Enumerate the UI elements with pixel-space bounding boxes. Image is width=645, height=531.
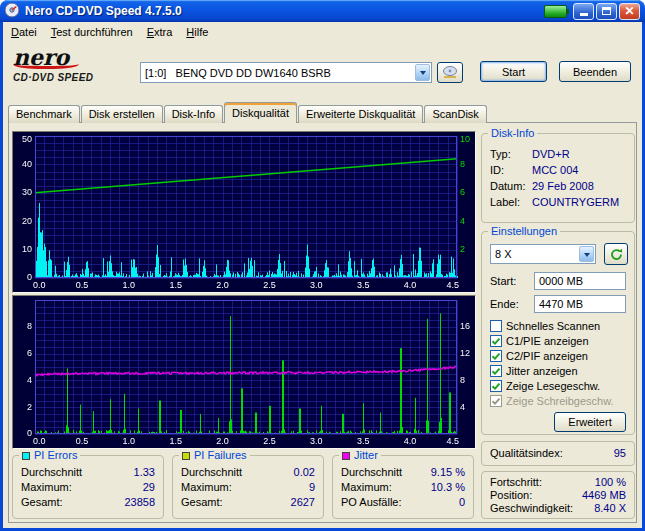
drive-selector-value: [1:0] BENQ DVD DD DW1640 BSRB bbox=[145, 67, 414, 79]
progress-row-position: Position:4469 MB bbox=[482, 489, 634, 502]
maximize-button[interactable] bbox=[596, 3, 617, 20]
checkbox-box[interactable] bbox=[490, 335, 502, 347]
menu-item-extra[interactable]: Extra bbox=[140, 23, 180, 41]
pi-failures-row-maximum: Maximum:9 bbox=[173, 480, 323, 495]
disk-info-value: COUNTRYGERM bbox=[532, 194, 619, 210]
stat-group-title-text: PI Failures bbox=[194, 449, 247, 462]
minimize-icon bbox=[580, 13, 588, 16]
pi-failures-label: Maximum: bbox=[181, 480, 232, 495]
menu-item-hilfe[interactable]: Hilfe bbox=[179, 23, 215, 41]
start-field-label: Start: bbox=[490, 275, 516, 287]
pi-failures-color-swatch bbox=[182, 452, 190, 460]
exit-button[interactable]: Beenden bbox=[559, 61, 631, 82]
start-field[interactable] bbox=[534, 272, 626, 290]
pi-errors-label: Durchschnitt bbox=[21, 465, 82, 480]
start-button[interactable]: Start bbox=[480, 61, 547, 82]
settings-group: Einstellungen 8 X Start: Ende: Schnelles… bbox=[481, 231, 635, 435]
checkbox-label: Jitter anzeigen bbox=[506, 365, 578, 377]
pi-errors-row-maximum: Maximum:29 bbox=[13, 480, 163, 495]
title-bar[interactable]: Nero CD-DVD Speed 4.7.5.0 ✕ bbox=[0, 0, 645, 22]
menu-item-test-durchf-hren[interactable]: Test durchführen bbox=[44, 23, 140, 41]
tab-disk-erstellen[interactable]: Disk erstellen bbox=[81, 105, 163, 123]
eject-button[interactable] bbox=[437, 62, 463, 83]
quality-index-value: 95 bbox=[614, 442, 626, 465]
quality-index-row: Qualitätsindex: 95 bbox=[482, 442, 634, 465]
tab-erweiterte-diskqualit-t[interactable]: Erweiterte Diskqualität bbox=[298, 105, 423, 123]
chevron-down-icon[interactable] bbox=[579, 246, 594, 262]
jitter-value: 0 bbox=[459, 495, 465, 510]
pi-failures-value: 2627 bbox=[291, 495, 315, 510]
check-icon bbox=[491, 336, 501, 346]
close-button[interactable]: ✕ bbox=[619, 3, 640, 20]
tab-diskqualit-t[interactable]: Diskqualität bbox=[224, 102, 297, 123]
jitter-row-maximum: Maximum:10.3 % bbox=[333, 480, 473, 495]
checkbox-c2-pif-anzeigen[interactable]: C2/PIF anzeigen bbox=[490, 348, 632, 363]
checkbox-box[interactable] bbox=[490, 380, 502, 392]
disk-info-label: Typ: bbox=[490, 146, 532, 162]
pi-errors-value: 29 bbox=[143, 480, 155, 495]
stat-group-title: PI Errors bbox=[19, 449, 80, 462]
stat-group-title: PI Failures bbox=[179, 449, 250, 462]
settings-group-title: Einstellungen bbox=[488, 225, 560, 238]
jitter-row-po-ausf-lle: PO Ausfälle:0 bbox=[333, 495, 473, 510]
battery-indicator-icon bbox=[544, 5, 567, 18]
tab-scandisk[interactable]: ScanDisk bbox=[424, 105, 486, 123]
check-icon bbox=[491, 351, 501, 361]
menu-item-datei[interactable]: Datei bbox=[4, 23, 44, 41]
checkbox-jitter-anzeigen[interactable]: Jitter anzeigen bbox=[490, 363, 632, 378]
tab-benchmark[interactable]: Benchmark bbox=[8, 105, 80, 123]
checkbox-box[interactable] bbox=[490, 350, 502, 362]
progress-value: 4469 MB bbox=[582, 489, 626, 502]
disk-info-group-title: Disk-Info bbox=[488, 127, 537, 140]
stat-group-title-text: Jitter bbox=[354, 449, 378, 462]
pi-errors-label: Maximum: bbox=[21, 480, 72, 495]
advanced-button[interactable]: Erweitert bbox=[554, 412, 626, 432]
eject-disc-icon bbox=[442, 66, 458, 79]
refresh-button[interactable] bbox=[604, 243, 628, 265]
drive-selector[interactable]: [1:0] BENQ DVD DD DW1640 BSRB bbox=[140, 62, 432, 83]
checkbox-c1-pie-anzeigen[interactable]: C1/PIE anzeigen bbox=[490, 333, 632, 348]
pi-failures-jitter-chart bbox=[12, 295, 476, 449]
jitter-label: Durchschnitt bbox=[341, 465, 402, 480]
disk-info-rows: Typ:DVD+RID:MCC 004Datum:29 Feb 2008Labe… bbox=[482, 134, 634, 210]
close-icon: ✕ bbox=[624, 6, 634, 16]
pi-errors-label: Gesamt: bbox=[21, 495, 63, 510]
disk-info-label: ID: bbox=[490, 162, 532, 178]
progress-label: Position: bbox=[490, 489, 532, 502]
progress-value: 8.40 X bbox=[594, 502, 626, 515]
tab-disk-info[interactable]: Disk-Info bbox=[164, 105, 223, 123]
scan-speed-value: 8 X bbox=[495, 248, 578, 260]
disk-info-row-typ: Typ:DVD+R bbox=[482, 146, 634, 162]
window-body: DateiTest durchführenExtraHilfe nero CD·… bbox=[3, 22, 642, 528]
app-window: Nero CD-DVD Speed 4.7.5.0 ✕ DateiTest du… bbox=[0, 0, 645, 531]
checkbox-zeige-lesegeschw[interactable]: Zeige Lesegeschw. bbox=[490, 378, 632, 393]
disk-info-label: Datum: bbox=[490, 178, 532, 194]
cd-dvd-speed-logo-text: CD·DVD SPEED bbox=[13, 72, 135, 83]
jitter-label: PO Ausfälle: bbox=[341, 495, 402, 510]
pi-errors-value: 1.33 bbox=[134, 465, 155, 480]
pi-errors-color-swatch bbox=[22, 452, 30, 460]
stat-group-pi-failures: PI FailuresDurchschnitt0.02Maximum:9Gesa… bbox=[172, 455, 324, 519]
checkbox-box[interactable] bbox=[490, 320, 502, 332]
end-field[interactable] bbox=[534, 295, 626, 313]
nero-logo: nero CD·DVD SPEED bbox=[13, 47, 135, 83]
pi-errors-value: 23858 bbox=[124, 495, 155, 510]
scan-speed-selector[interactable]: 8 X bbox=[490, 244, 596, 264]
pi-failures-label: Durchschnitt bbox=[181, 465, 242, 480]
disk-info-row-label: Label:COUNTRYGERM bbox=[482, 194, 634, 210]
chevron-down-icon[interactable] bbox=[415, 64, 430, 81]
stat-group-jitter: JitterDurchschnitt9.15 %Maximum:10.3 %PO… bbox=[332, 455, 474, 519]
checkbox-box[interactable] bbox=[490, 365, 502, 377]
disk-info-value: MCC 004 bbox=[532, 162, 578, 178]
checkbox-schnelles-scannen[interactable]: Schnelles Scannen bbox=[490, 318, 632, 333]
pi-errors-chart bbox=[12, 131, 476, 293]
stat-group-rows: Durchschnitt0.02Maximum:9Gesamt:2627 bbox=[173, 456, 323, 510]
checkbox-label: Zeige Schreibgeschw. bbox=[506, 395, 614, 407]
progress-group: Fortschritt:100 %Position:4469 MBGeschwi… bbox=[481, 471, 635, 519]
check-icon bbox=[491, 381, 501, 391]
jitter-label: Maximum: bbox=[341, 480, 392, 495]
minimize-button[interactable] bbox=[573, 3, 594, 20]
checkbox-box bbox=[490, 395, 502, 407]
pi-failures-label: Gesamt: bbox=[181, 495, 223, 510]
progress-value: 100 % bbox=[595, 476, 626, 489]
